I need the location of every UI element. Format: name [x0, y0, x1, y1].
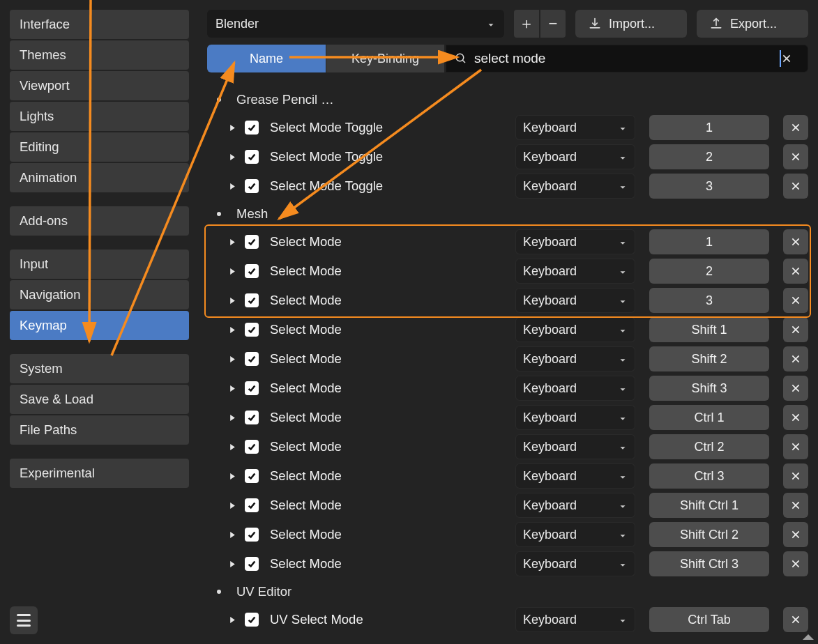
disclosure-triangle-icon[interactable]: [227, 441, 238, 452]
shortcut-button[interactable]: Ctrl 2: [649, 434, 769, 459]
enabled-checkbox[interactable]: [245, 440, 259, 454]
event-type-select[interactable]: Keyboard: [515, 551, 635, 576]
remove-keymap-button[interactable]: [783, 405, 808, 430]
remove-keymap-button[interactable]: [783, 434, 808, 459]
enabled-checkbox[interactable]: [245, 381, 259, 395]
sidebar-item-file-paths[interactable]: File Paths: [10, 415, 189, 445]
enabled-checkbox[interactable]: [245, 498, 259, 512]
event-type-select[interactable]: Keyboard: [515, 522, 635, 547]
remove-keymap-button[interactable]: [783, 376, 808, 401]
sidebar-item-experimental[interactable]: Experimental: [10, 459, 189, 488]
disclosure-triangle-icon[interactable]: [227, 122, 238, 133]
event-type-select[interactable]: Keyboard: [515, 346, 635, 371]
sidebar-item-animation[interactable]: Animation: [10, 163, 189, 192]
search-input[interactable]: select mode: [474, 51, 781, 66]
shortcut-button[interactable]: 3: [649, 174, 769, 199]
search-tab-keybinding[interactable]: Key-Binding: [326, 45, 444, 72]
disclosure-triangle-icon[interactable]: [227, 529, 238, 540]
shortcut-button[interactable]: 2: [649, 259, 769, 284]
disclosure-triangle-icon[interactable]: [227, 412, 238, 423]
event-type-select[interactable]: Keyboard: [515, 259, 635, 284]
clear-search-button[interactable]: [781, 49, 799, 68]
event-type-select[interactable]: Keyboard: [515, 376, 635, 401]
section-header[interactable]: Grease Pencil …: [207, 86, 808, 113]
enabled-checkbox[interactable]: [245, 557, 259, 571]
sidebar-item-keymap[interactable]: Keymap: [10, 311, 189, 340]
remove-keymap-button[interactable]: [783, 522, 808, 547]
shortcut-button[interactable]: 3: [649, 288, 769, 313]
disclosure-triangle-icon[interactable]: [227, 324, 238, 335]
search-field-wrap[interactable]: select mode: [446, 45, 808, 72]
sidebar-item-editing[interactable]: Editing: [10, 132, 189, 162]
remove-keymap-button[interactable]: [783, 115, 808, 140]
disclosure-triangle-icon[interactable]: [227, 295, 238, 306]
disclosure-triangle-icon[interactable]: [227, 614, 238, 625]
enabled-checkbox[interactable]: [245, 235, 259, 249]
shortcut-button[interactable]: Shift 1: [649, 317, 769, 342]
event-type-select[interactable]: Keyboard: [515, 493, 635, 518]
remove-keymap-button[interactable]: [783, 174, 808, 199]
shortcut-button[interactable]: Shift Ctrl 2: [649, 522, 769, 547]
enabled-checkbox[interactable]: [245, 293, 259, 307]
sidebar-item-lights[interactable]: Lights: [10, 102, 189, 131]
preset-select[interactable]: Blender: [207, 10, 504, 38]
remove-preset-button[interactable]: −: [540, 10, 566, 38]
disclosure-triangle-icon[interactable]: [227, 266, 238, 277]
search-tab-name[interactable]: Name: [207, 45, 326, 72]
shortcut-button[interactable]: Shift Ctrl 3: [649, 551, 769, 576]
shortcut-button[interactable]: Shift 2: [649, 346, 769, 371]
enabled-checkbox[interactable]: [245, 323, 259, 337]
event-type-select[interactable]: Keyboard: [515, 288, 635, 313]
enabled-checkbox[interactable]: [245, 264, 259, 278]
enabled-checkbox[interactable]: [245, 179, 259, 193]
shortcut-button[interactable]: Ctrl 1: [649, 405, 769, 430]
hamburger-menu-button[interactable]: [10, 606, 38, 634]
sidebar-item-viewport[interactable]: Viewport: [10, 71, 189, 100]
resize-handle-icon[interactable]: [803, 634, 814, 640]
event-type-select[interactable]: Keyboard: [515, 405, 635, 430]
sidebar-item-interface[interactable]: Interface: [10, 10, 189, 39]
import-button[interactable]: Import...: [575, 10, 687, 38]
sidebar-item-system[interactable]: System: [10, 354, 189, 383]
enabled-checkbox[interactable]: [245, 121, 259, 135]
sidebar-item-add-ons[interactable]: Add-ons: [10, 206, 189, 236]
remove-keymap-button[interactable]: [783, 144, 808, 169]
remove-keymap-button[interactable]: [783, 346, 808, 371]
shortcut-button[interactable]: Ctrl 3: [649, 463, 769, 489]
sidebar-item-save-load[interactable]: Save & Load: [10, 385, 189, 414]
sidebar-item-navigation[interactable]: Navigation: [10, 280, 189, 309]
event-type-select[interactable]: Keyboard: [515, 229, 635, 254]
shortcut-button[interactable]: 2: [649, 144, 769, 169]
event-type-select[interactable]: Keyboard: [515, 144, 635, 169]
shortcut-button[interactable]: Ctrl Tab: [649, 607, 769, 632]
shortcut-button[interactable]: 1: [649, 229, 769, 254]
enabled-checkbox[interactable]: [245, 469, 259, 483]
disclosure-triangle-icon[interactable]: [227, 470, 238, 482]
disclosure-triangle-icon[interactable]: [227, 383, 238, 394]
enabled-checkbox[interactable]: [245, 150, 259, 164]
enabled-checkbox[interactable]: [245, 352, 259, 366]
disclosure-triangle-icon[interactable]: [227, 151, 238, 162]
event-type-select[interactable]: Keyboard: [515, 115, 635, 140]
event-type-select[interactable]: Keyboard: [515, 434, 635, 459]
export-button[interactable]: Export...: [697, 10, 808, 38]
shortcut-button[interactable]: 1: [649, 115, 769, 140]
shortcut-button[interactable]: Shift 3: [649, 376, 769, 401]
remove-keymap-button[interactable]: [783, 463, 808, 489]
disclosure-triangle-icon[interactable]: [227, 500, 238, 511]
event-type-select[interactable]: Keyboard: [515, 317, 635, 342]
section-header[interactable]: Mesh: [207, 201, 808, 227]
sidebar-item-themes[interactable]: Themes: [10, 40, 189, 70]
shortcut-button[interactable]: Shift Ctrl 1: [649, 493, 769, 518]
disclosure-triangle-icon[interactable]: [227, 236, 238, 247]
enabled-checkbox[interactable]: [245, 528, 259, 542]
add-preset-button[interactable]: ＋: [514, 10, 539, 38]
sidebar-item-input[interactable]: Input: [10, 250, 189, 279]
disclosure-triangle-icon[interactable]: [227, 558, 238, 569]
enabled-checkbox[interactable]: [245, 411, 259, 424]
remove-keymap-button[interactable]: [783, 317, 808, 342]
remove-keymap-button[interactable]: [783, 229, 808, 254]
section-header[interactable]: UV Editor: [207, 578, 808, 605]
remove-keymap-button[interactable]: [783, 493, 808, 518]
remove-keymap-button[interactable]: [783, 607, 808, 632]
